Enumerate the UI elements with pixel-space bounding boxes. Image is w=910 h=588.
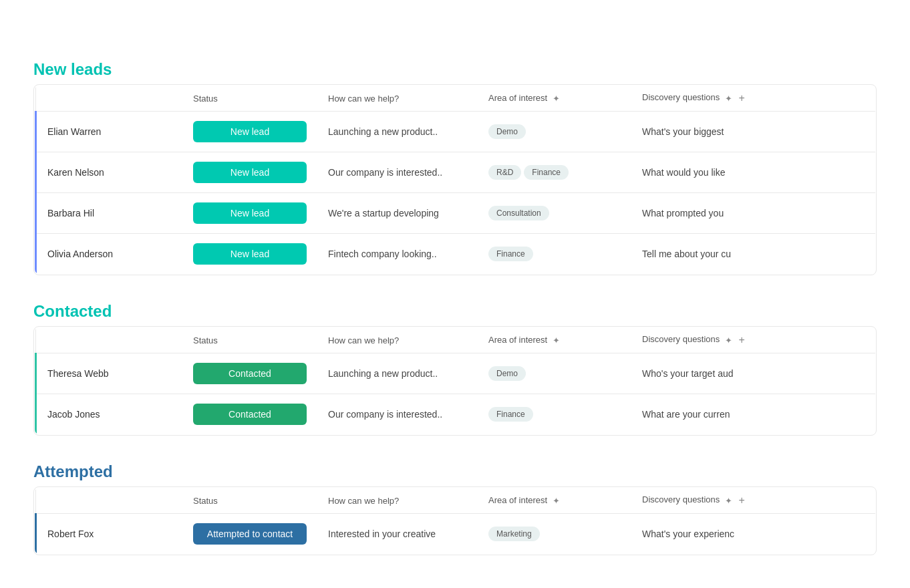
- table-row[interactable]: Olivia AndersonNew leadFintech company l…: [35, 234, 876, 275]
- section-title-new-leads: New leads: [33, 60, 112, 79]
- lead-help: Interested in your creative: [317, 514, 478, 555]
- sparkle-icon-2: ✦: [725, 94, 732, 104]
- lead-name: Theresa Webb: [35, 353, 182, 394]
- table-row[interactable]: Karen NelsonNew leadOur company is inter…: [35, 152, 876, 193]
- lead-interest: Finance: [478, 234, 631, 275]
- status-badge: Contacted: [193, 404, 307, 425]
- section-attempted: AttemptedStatusHow can we help?Area of i…: [33, 462, 877, 555]
- col-name: [35, 488, 182, 514]
- table-row[interactable]: Elian WarrenNew leadLaunching a new prod…: [35, 112, 876, 152]
- col-status: Status: [182, 488, 317, 514]
- col-name: [35, 327, 182, 353]
- status-badge: New lead: [193, 243, 307, 265]
- lead-interest: Marketing: [478, 514, 631, 555]
- col-discovery: Discovery questions ✦ +: [631, 488, 876, 514]
- table-contacted: StatusHow can we help?Area of interest ✦…: [34, 327, 876, 435]
- col-discovery: Discovery questions ✦ +: [631, 327, 876, 353]
- lead-help: Fintech company looking..: [317, 234, 478, 275]
- interest-tag: Finance: [488, 407, 533, 422]
- help-text: Launching a new product..: [328, 126, 438, 137]
- section-title-contacted: Contacted: [33, 302, 112, 321]
- lead-help: Our company is interested..: [317, 152, 478, 193]
- sparkle-icon: ✦: [553, 335, 560, 345]
- col-interest: Area of interest ✦: [478, 488, 631, 514]
- status-badge: Attempted to contact: [193, 523, 307, 545]
- status-badge: New lead: [193, 202, 307, 224]
- lead-discovery: Tell me about your cu: [631, 234, 876, 275]
- status-badge: New lead: [193, 121, 307, 142]
- table-wrapper-attempted: StatusHow can we help?Area of interest ✦…: [33, 486, 877, 555]
- status-badge: Contacted: [193, 363, 307, 384]
- section-new-leads: New leadsStatusHow can we help?Area of i…: [33, 60, 877, 275]
- col-status: Status: [182, 327, 317, 353]
- table-row[interactable]: Theresa WebbContactedLaunching a new pro…: [35, 353, 876, 394]
- lead-discovery: What are your curren: [631, 394, 876, 435]
- lead-name: Robert Fox: [35, 514, 182, 555]
- discovery-text: Who's your target aud: [642, 368, 734, 379]
- status-badge: New lead: [193, 162, 307, 183]
- table-row[interactable]: Robert FoxAttempted to contactInterested…: [35, 514, 876, 555]
- table-attempted: StatusHow can we help?Area of interest ✦…: [34, 487, 876, 555]
- discovery-text: What's your experienc: [642, 529, 734, 539]
- lead-status: Attempted to contact: [182, 514, 317, 555]
- lead-discovery: What prompted you: [631, 193, 876, 234]
- add-column-button[interactable]: +: [739, 494, 745, 506]
- discovery-text: What would you like: [642, 167, 726, 178]
- lead-help: Launching a new product..: [317, 112, 478, 152]
- table-row[interactable]: Barbara HilNew leadWe're a startup devel…: [35, 193, 876, 234]
- interest-tag: Finance: [524, 165, 569, 180]
- col-interest: Area of interest ✦: [478, 86, 631, 112]
- interest-tag: Demo: [488, 366, 526, 381]
- lead-name: Jacob Jones: [35, 394, 182, 435]
- col-status: Status: [182, 86, 317, 112]
- lead-interest: Demo: [478, 353, 631, 394]
- col-help: How can we help?: [317, 488, 478, 514]
- lead-name: Olivia Anderson: [35, 234, 182, 275]
- discovery-text: What's your biggest: [642, 126, 724, 137]
- lead-status: New lead: [182, 112, 317, 152]
- lead-name: Barbara Hil: [35, 193, 182, 234]
- lead-status: Contacted: [182, 353, 317, 394]
- sparkle-icon-2: ✦: [725, 335, 732, 345]
- table-wrapper-new-leads: StatusHow can we help?Area of interest ✦…: [33, 84, 877, 275]
- page-header: [33, 27, 877, 33]
- section-contacted: ContactedStatusHow can we help?Area of i…: [33, 302, 877, 436]
- lead-status: New lead: [182, 234, 317, 275]
- lead-help: Launching a new product..: [317, 353, 478, 394]
- table-new-leads: StatusHow can we help?Area of interest ✦…: [34, 85, 876, 275]
- section-title-attempted: Attempted: [33, 462, 113, 481]
- interest-tag: Consultation: [488, 206, 549, 220]
- help-text: Our company is interested..: [328, 167, 442, 178]
- section-header-new-leads: New leads: [33, 60, 877, 79]
- lead-status: Contacted: [182, 394, 317, 435]
- discovery-text: What prompted you: [642, 208, 724, 218]
- lead-discovery: What's your biggest: [631, 112, 876, 152]
- lead-name: Karen Nelson: [35, 152, 182, 193]
- help-text: Launching a new product..: [328, 368, 438, 379]
- lead-help: We're a startup developing: [317, 193, 478, 234]
- lead-discovery: What's your experienc: [631, 514, 876, 555]
- sparkle-icon: ✦: [553, 94, 560, 104]
- add-column-button[interactable]: +: [739, 334, 745, 346]
- col-discovery: Discovery questions ✦ +: [631, 86, 876, 112]
- help-text: Fintech company looking..: [328, 249, 437, 259]
- interest-tag: Demo: [488, 124, 526, 139]
- table-row[interactable]: Jacob JonesContactedOur company is inter…: [35, 394, 876, 435]
- lead-discovery: What would you like: [631, 152, 876, 193]
- section-header-attempted: Attempted: [33, 462, 877, 481]
- section-header-contacted: Contacted: [33, 302, 877, 321]
- lead-status: New lead: [182, 193, 317, 234]
- col-help: How can we help?: [317, 86, 478, 112]
- help-text: Our company is interested..: [328, 409, 442, 420]
- help-text: We're a startup developing: [328, 208, 439, 218]
- lead-interest: R&DFinance: [478, 152, 631, 193]
- interest-tag: Finance: [488, 247, 533, 261]
- interest-tag: R&D: [488, 165, 521, 180]
- col-help: How can we help?: [317, 327, 478, 353]
- interest-tag: Marketing: [488, 527, 540, 541]
- lead-interest: Consultation: [478, 193, 631, 234]
- discovery-text: Tell me about your cu: [642, 249, 731, 259]
- add-column-button[interactable]: +: [739, 92, 745, 104]
- col-interest: Area of interest ✦: [478, 327, 631, 353]
- lead-name: Elian Warren: [35, 112, 182, 152]
